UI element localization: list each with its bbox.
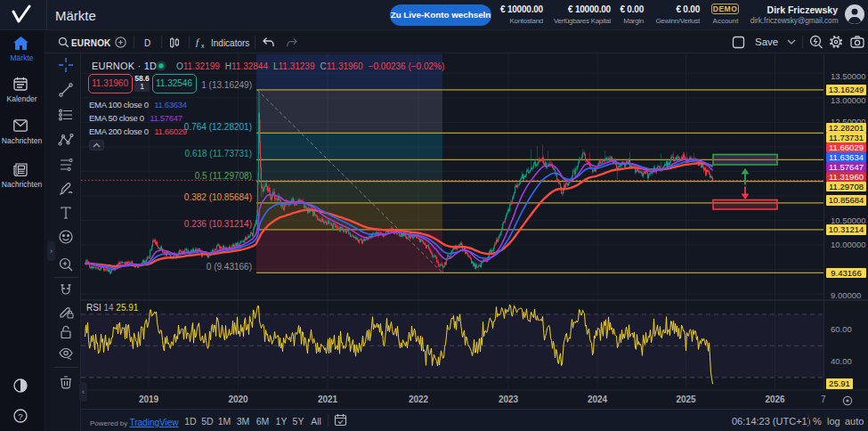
svg-text:x: x bbox=[201, 43, 205, 49]
svg-text:?: ? bbox=[18, 411, 22, 421]
svg-text:f: f bbox=[196, 37, 200, 47]
